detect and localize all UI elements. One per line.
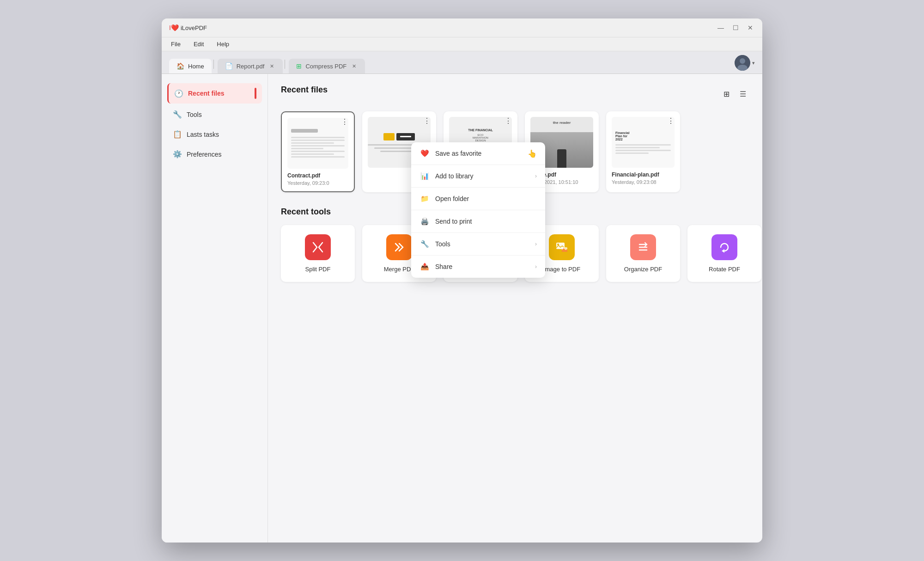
list-view-button[interactable]: ☰ <box>736 88 749 101</box>
ctx-tools-label: Tools <box>435 240 450 248</box>
tab-bar-right: ▾ <box>735 55 755 73</box>
ctx-save-favorite[interactable]: ❤️ Save as favorite 👆 <box>411 142 545 165</box>
tools-icon: 🔧 <box>173 110 182 119</box>
recent-files-header: Recent files ⊞ ☰ <box>281 85 749 103</box>
grid-view-button[interactable]: ⊞ <box>720 88 733 101</box>
tab-compress-close[interactable]: ✕ <box>350 62 358 70</box>
folder-icon: 📁 <box>419 194 430 204</box>
view-controls: ⊞ ☰ <box>720 88 749 101</box>
active-indicator <box>255 88 256 99</box>
library-icon: 📊 <box>419 171 430 181</box>
tools-arrow-icon: › <box>535 241 537 247</box>
organize-pdf-icon-wrap <box>630 234 656 260</box>
ctx-send-print[interactable]: 🖨️ Send to print <box>411 210 545 232</box>
file-card-financial[interactable]: ⋮ FinancialPlan for2022 Financial-plan.p… <box>606 111 680 192</box>
split-pdf-icon-wrap <box>305 234 331 260</box>
app-logo: I❤️ iLovePDF <box>169 24 207 31</box>
tab-bar: 🏠 Home 📄 Report.pdf ✕ ⊞ Compress PDF ✕ ▾ <box>162 51 762 74</box>
ctx-add-library[interactable]: 📊 Add to library › <box>411 165 545 187</box>
sidebar-item-tools[interactable]: 🔧 Tools <box>167 105 262 123</box>
tool-organize-pdf[interactable]: Organize PDF <box>606 225 680 282</box>
logo-icon: I❤️ <box>169 24 179 31</box>
report-tab-icon: 📄 <box>225 62 233 70</box>
file-thumb-financial: FinancialPlan for2022 <box>612 117 675 168</box>
recent-icon: 🕐 <box>174 89 183 98</box>
sidebar-item-recent[interactable]: 🕐 Recent files <box>167 83 262 104</box>
ctx-share-label: Share <box>435 263 452 270</box>
print-icon: 🖨️ <box>419 216 430 226</box>
ctx-favorite-label: Save as favorite <box>435 150 481 157</box>
content-area: Recent files ⊞ ☰ ⋮ <box>268 74 762 543</box>
rotate-pdf-label: Rotate PDF <box>709 266 740 273</box>
user-avatar[interactable] <box>735 55 750 71</box>
share-arrow-icon: › <box>535 263 537 270</box>
merge-pdf-label: Merge PDF <box>384 266 414 273</box>
file-menu-report[interactable]: ⋮ <box>503 115 514 126</box>
file-date-financial: Yesterday, 09:23:08 <box>612 179 675 185</box>
tab-report-label: Report.pdf <box>237 63 265 70</box>
tab-divider <box>213 60 214 69</box>
home-icon: 🏠 <box>176 62 184 70</box>
main-layout: 🕐 Recent files 🔧 Tools 📋 Lasts tasks ⚙️ … <box>162 74 762 543</box>
window-controls: — ☐ ✕ <box>716 23 755 32</box>
share-icon: 📤 <box>419 262 430 272</box>
tab-home[interactable]: 🏠 Home <box>169 59 212 73</box>
cursor-icon: 👆 <box>528 149 537 158</box>
favorite-icon: ❤️ <box>419 148 430 159</box>
menu-file[interactable]: File <box>169 39 182 49</box>
file-thumb-contract <box>287 118 348 169</box>
library-arrow-icon: › <box>535 173 537 179</box>
file-menu-financial[interactable]: ⋮ <box>665 115 676 126</box>
title-bar-left: I❤️ iLovePDF <box>169 24 207 31</box>
sidebar-item-prefs[interactable]: ⚙️ Preferences <box>167 145 262 163</box>
minimize-button[interactable]: — <box>716 23 725 32</box>
tool-rotate-pdf[interactable]: Rotate PDF <box>687 225 761 282</box>
ctx-tools[interactable]: 🔧 Tools › <box>411 233 545 255</box>
menu-bar: File Edit Help <box>162 37 762 51</box>
ctx-library-label: Add to library <box>435 172 473 180</box>
tab-home-label: Home <box>188 63 204 70</box>
organize-pdf-label: Organize PDF <box>624 266 662 273</box>
prefs-icon: ⚙️ <box>173 150 182 159</box>
ctx-share[interactable]: 📤 Share › <box>411 256 545 278</box>
file-date-contract: Yesterday, 09:23:0 <box>287 180 348 186</box>
sidebar-item-tasks[interactable]: 📋 Lasts tasks <box>167 125 262 143</box>
merge-pdf-icon-wrap <box>386 234 412 260</box>
file-name-financial: Financial-plan.pdf <box>612 171 675 178</box>
sidebar-tasks-label: Lasts tasks <box>187 131 219 138</box>
recent-files-title: Recent files <box>281 85 328 95</box>
file-menu-contract[interactable]: ⋮ <box>339 116 350 127</box>
title-bar: I❤️ iLovePDF — ☐ ✕ <box>162 18 762 37</box>
tab-compress-label: Compress PDF <box>305 63 346 70</box>
app-name: iLovePDF <box>181 24 207 31</box>
context-menu: ❤️ Save as favorite 👆 📊 Add to library ›… <box>411 142 545 278</box>
sidebar-recent-label: Recent files <box>188 90 225 97</box>
user-chevron-icon[interactable]: ▾ <box>752 60 755 66</box>
tab-divider-2 <box>285 60 285 69</box>
tools-ctx-icon: 🔧 <box>419 239 430 249</box>
ctx-print-label: Send to print <box>435 218 472 225</box>
ctx-open-folder[interactable]: 📁 Open folder <box>411 188 545 210</box>
tasks-icon: 📋 <box>173 130 182 139</box>
svg-point-1 <box>740 58 745 64</box>
file-menu-proposal[interactable]: ⋮ <box>421 115 432 126</box>
menu-help[interactable]: Help <box>215 39 231 49</box>
file-name-contract: Contract.pdf <box>287 172 348 179</box>
app-window: I❤️ iLovePDF — ☐ ✕ File Edit Help 🏠 Home… <box>162 18 762 543</box>
tab-report-close[interactable]: ✕ <box>268 62 275 70</box>
close-button[interactable]: ✕ <box>746 23 755 32</box>
rotate-pdf-icon-wrap <box>711 234 737 260</box>
tab-compress[interactable]: ⊞ Compress PDF ✕ <box>289 59 365 73</box>
tool-split-pdf[interactable]: Split PDF <box>281 225 355 282</box>
tab-report[interactable]: 📄 Report.pdf ✕ <box>218 59 283 73</box>
compress-tab-icon: ⊞ <box>296 62 302 70</box>
image-pdf-label: Image to PDF <box>543 266 580 273</box>
sidebar: 🕐 Recent files 🔧 Tools 📋 Lasts tasks ⚙️ … <box>162 74 268 543</box>
maximize-button[interactable]: ☐ <box>731 23 740 32</box>
ctx-folder-label: Open folder <box>435 195 469 202</box>
sidebar-prefs-label: Preferences <box>187 151 221 158</box>
file-card-contract[interactable]: ⋮ Contr <box>281 111 355 192</box>
split-pdf-label: Split PDF <box>305 266 331 273</box>
menu-edit[interactable]: Edit <box>192 39 206 49</box>
image-pdf-icon-wrap <box>549 234 575 260</box>
